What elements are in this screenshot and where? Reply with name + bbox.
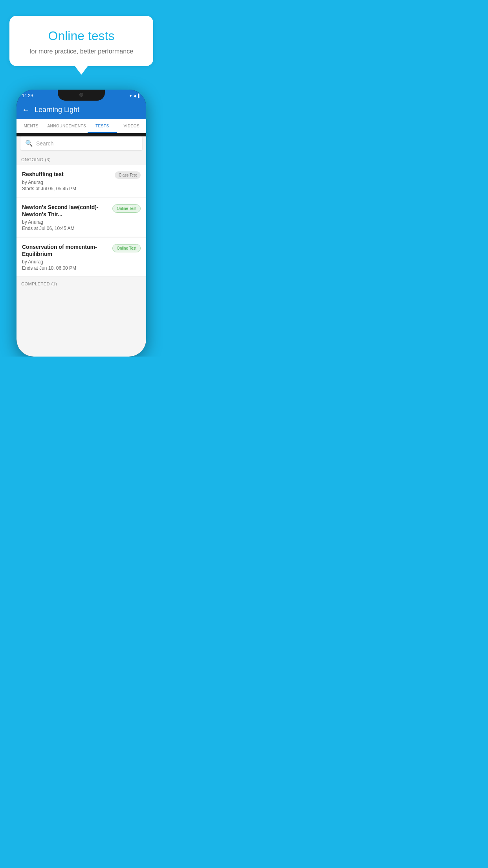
back-button[interactable]: ← — [22, 105, 30, 114]
tab-announcements[interactable]: ANNOUNCEMENTS — [46, 119, 88, 133]
search-bar[interactable]: 🔍 Search — [20, 136, 142, 150]
app-bar: ← Learning Light — [17, 101, 146, 119]
tab-videos[interactable]: VIDEOS — [117, 119, 146, 133]
phone-content: 🔍 Search ONGOING (3) Reshuffling test by… — [17, 136, 146, 357]
front-camera — [79, 93, 83, 97]
phone-notch — [58, 90, 105, 101]
test-info-3: Conservation of momentum-Equilibrium by … — [22, 243, 108, 271]
search-icon: 🔍 — [25, 140, 33, 147]
wifi-icon: ▾ — [130, 94, 132, 98]
ongoing-section-header: ONGOING (3) — [17, 153, 146, 164]
test-info-2: Newton's Second law(contd)-Newton's Thir… — [22, 204, 108, 231]
test-title-2: Newton's Second law(contd)-Newton's Thir… — [22, 204, 108, 218]
test-badge-3: Online Test — [112, 244, 141, 252]
test-card-2[interactable]: Newton's Second law(contd)-Newton's Thir… — [17, 198, 146, 237]
signal-icon: ◀ — [133, 94, 136, 98]
test-author-1: by Anurag — [22, 180, 111, 185]
completed-section-header: COMPLETED (1) — [17, 278, 146, 289]
phone-frame: 14:29 ▾ ◀ ▌ ← Learning Light MENTS ANNOU… — [17, 90, 146, 357]
test-author-3: by Anurag — [22, 259, 108, 265]
test-author-2: by Anurag — [22, 219, 108, 225]
test-badge-1: Class Test — [115, 171, 141, 179]
search-input[interactable]: Search — [36, 140, 53, 147]
bubble-title: Online tests — [20, 28, 142, 43]
app-title: Learning Light — [35, 106, 79, 114]
hero-section: Online tests for more practice, better p… — [0, 0, 163, 66]
test-info-1: Reshuffling test by Anurag Starts at Jul… — [22, 171, 111, 191]
test-title-1: Reshuffling test — [22, 171, 111, 178]
test-date-2: Ends at Jul 06, 10:45 AM — [22, 226, 108, 231]
test-badge-2: Online Test — [112, 204, 141, 213]
status-icons: ▾ ◀ ▌ — [130, 94, 141, 98]
test-date-1: Starts at Jul 05, 05:45 PM — [22, 186, 111, 191]
tab-bar: MENTS ANNOUNCEMENTS TESTS VIDEOS — [17, 119, 146, 133]
phone-mockup: 14:29 ▾ ◀ ▌ ← Learning Light MENTS ANNOU… — [17, 90, 146, 357]
battery-icon: ▌ — [138, 94, 141, 98]
test-title-3: Conservation of momentum-Equilibrium — [22, 243, 108, 257]
tab-tests[interactable]: TESTS — [88, 119, 117, 133]
test-card-1[interactable]: Reshuffling test by Anurag Starts at Jul… — [17, 165, 146, 197]
tab-ments[interactable]: MENTS — [17, 119, 46, 133]
bubble-subtitle: for more practice, better performance — [20, 48, 142, 55]
status-time: 14:29 — [22, 93, 33, 98]
test-date-3: Ends at Jun 10, 06:00 PM — [22, 265, 108, 271]
test-card-3[interactable]: Conservation of momentum-Equilibrium by … — [17, 238, 146, 277]
speech-bubble: Online tests for more practice, better p… — [9, 16, 153, 66]
